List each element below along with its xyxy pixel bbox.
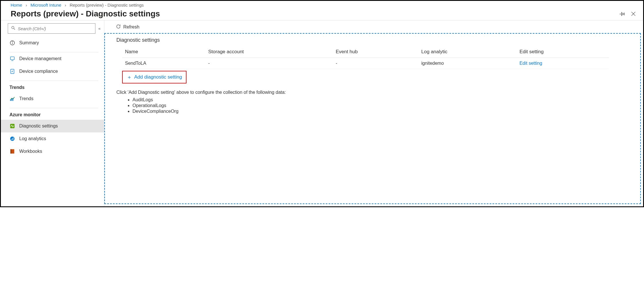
refresh-icon	[116, 24, 123, 30]
list-item: DeviceComplianceOrg	[132, 109, 629, 114]
col-loganalytic: Log analytic	[418, 47, 517, 58]
data-types-list: AuditLogs OperationalLogs DeviceComplian…	[132, 97, 629, 114]
configure-hint: Click 'Add Diagnostic setting' above to …	[116, 90, 629, 95]
section-title: Diagnostic settings	[116, 37, 629, 43]
table-header-row: Name Storage account Event hub Log analy…	[122, 47, 609, 58]
info-icon	[9, 40, 15, 46]
sidebar-item-label: Device compliance	[19, 69, 58, 74]
page-title: Reports (preview) - Diagnostic settings	[11, 9, 614, 18]
cell-loganalytic: ignitedemo	[418, 58, 517, 69]
svg-rect-7	[10, 57, 14, 60]
breadcrumb-separator: ›	[65, 3, 66, 7]
list-item: OperationalLogs	[132, 103, 629, 108]
cell-eventhub: -	[333, 58, 418, 69]
search-icon	[11, 26, 16, 31]
svg-rect-19	[10, 149, 11, 154]
pin-icon[interactable]	[620, 11, 625, 17]
breadcrumb-current: Reports (preview) - Diagnostic settings	[70, 3, 144, 7]
sidebar-item-label: Device management	[19, 56, 61, 61]
breadcrumb-intune-link[interactable]: Microsoft Intune	[30, 3, 61, 7]
refresh-label: Refresh	[123, 24, 139, 30]
highlight-region: Diagnostic settings Name Storage account…	[104, 33, 641, 204]
svg-rect-11	[11, 99, 12, 101]
sidebar-item-diagnostic-settings[interactable]: Diagnostic settings	[1, 120, 104, 132]
collapse-sidebar-icon[interactable]: «	[98, 26, 101, 31]
compliance-icon	[9, 68, 15, 74]
sidebar-search[interactable]	[8, 23, 95, 34]
col-name: Name	[122, 47, 205, 58]
workbooks-icon	[9, 148, 15, 154]
sidebar-heading-azure-monitor: Azure monitor	[1, 108, 104, 120]
svg-rect-15	[11, 139, 12, 140]
svg-rect-12	[13, 98, 14, 101]
svg-rect-17	[13, 138, 14, 140]
breadcrumb: Home › Microsoft Intune › Reports (previ…	[1, 1, 643, 7]
svg-rect-10	[10, 100, 11, 101]
breadcrumb-separator: ›	[26, 3, 27, 7]
col-edit: Edit setting	[517, 47, 609, 58]
sidebar-item-label: Diagnostic settings	[19, 123, 58, 129]
plus-icon: ＋	[127, 74, 132, 81]
sidebar-heading-trends: Trends	[1, 81, 104, 92]
svg-point-2	[12, 26, 14, 29]
sidebar-item-label: Workbooks	[19, 149, 42, 154]
close-icon[interactable]	[630, 11, 636, 17]
sidebar-item-device-compliance[interactable]: Device compliance	[1, 65, 104, 78]
breadcrumb-home-link[interactable]: Home	[11, 3, 22, 7]
search-input[interactable]	[18, 26, 92, 31]
sidebar: « Summary Device management Device co	[1, 20, 104, 206]
edit-setting-link[interactable]: Edit setting	[520, 61, 542, 66]
toolbar: Refresh	[104, 20, 643, 33]
sidebar-item-trends[interactable]: Trends	[1, 92, 104, 105]
cell-storage: -	[205, 58, 333, 69]
svg-point-6	[12, 42, 12, 42]
col-eventhub: Event hub	[333, 47, 418, 58]
sidebar-item-workbooks[interactable]: Workbooks	[1, 145, 104, 158]
device-icon	[9, 56, 15, 62]
svg-rect-16	[12, 138, 13, 140]
cell-name: SendToLA	[122, 58, 205, 69]
add-diagnostic-label: Add diagnostic setting	[134, 74, 182, 80]
add-diagnostic-setting-button[interactable]: ＋ Add diagnostic setting	[122, 71, 187, 83]
trends-icon	[9, 96, 15, 102]
sidebar-item-label: Summary	[19, 40, 39, 45]
diagnostic-settings-table: Name Storage account Event hub Log analy…	[122, 47, 609, 69]
diagnostic-icon	[9, 123, 15, 129]
refresh-button[interactable]: Refresh	[116, 24, 139, 30]
list-item: AuditLogs	[132, 97, 629, 102]
sidebar-item-device-management[interactable]: Device management	[1, 52, 104, 65]
svg-line-3	[14, 28, 15, 30]
table-row: SendToLA - - ignitedemo Edit setting	[122, 58, 609, 69]
log-analytics-icon	[9, 136, 15, 142]
sidebar-item-log-analytics[interactable]: Log analytics	[1, 132, 104, 145]
sidebar-item-summary[interactable]: Summary	[1, 37, 104, 49]
col-storage: Storage account	[205, 47, 333, 58]
sidebar-item-label: Log analytics	[19, 136, 46, 141]
sidebar-item-label: Trends	[19, 96, 33, 101]
